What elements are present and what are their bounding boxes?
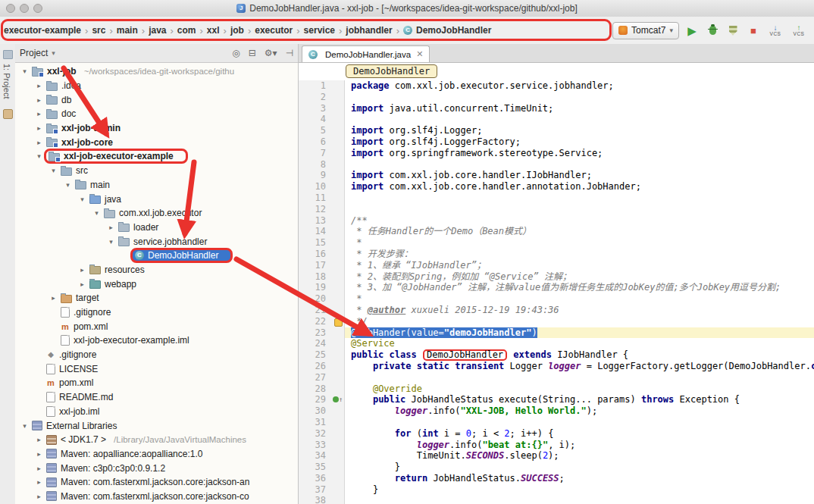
tree-item-xxl-job-core[interactable]: ▸xxl-job-core xyxy=(15,135,298,149)
gutter[interactable] xyxy=(332,181,345,193)
code-line[interactable]: 30 logger.info("XXL-JOB, Hello World."); xyxy=(299,405,814,417)
window-minimize-button[interactable] xyxy=(20,4,29,13)
code-line[interactable]: 16 * 开发步骤： xyxy=(299,249,814,260)
gutter[interactable] xyxy=(332,260,345,271)
code-line[interactable]: 9import com.xxl.job.core.handler.IJobHan… xyxy=(299,170,814,181)
chevron-collapsed-icon[interactable]: ▸ xyxy=(34,493,44,500)
gutter[interactable] xyxy=(332,170,345,181)
tree-item-xxl-job-iml[interactable]: xxl-job.iml xyxy=(15,405,298,419)
class-breadcrumb-chip[interactable]: DemoJobHandler xyxy=(346,64,437,78)
code-line[interactable]: 35 } xyxy=(299,462,814,473)
project-panel-title[interactable]: Project xyxy=(20,48,48,58)
gutter[interactable] xyxy=(332,372,345,383)
gutter[interactable] xyxy=(332,80,345,92)
tree-item-jdk1-7[interactable]: ▸< JDK1.7 >/Library/Java/JavaVirtualMach… xyxy=(15,433,298,447)
coverage-button[interactable] xyxy=(725,23,740,38)
code-line[interactable]: 17 * 1、继承 “IJobHandler”； xyxy=(299,260,814,271)
tree-item-com-xxl-job-executor[interactable]: ▾com.xxl.job.executor xyxy=(15,206,298,221)
gutter[interactable]: ↑ xyxy=(332,394,345,405)
window-zoom-button[interactable] xyxy=(33,4,42,13)
code-line[interactable]: 25public class DemoJobHandler extends IJ… xyxy=(299,349,814,361)
editor-tab-demojobhandler[interactable]: C DemoJobHandler.java ✕ xyxy=(302,45,430,62)
breadcrumb-item[interactable]: executor-example xyxy=(3,25,82,36)
breadcrumb-item-class[interactable]: CDemoJobHandler xyxy=(402,25,492,36)
code-line[interactable]: 10import com.xxl.job.core.handler.annota… xyxy=(299,181,814,193)
code-line[interactable]: 34 TimeUnit.SECONDS.sleep(2); xyxy=(299,450,814,462)
stop-button[interactable]: ■ xyxy=(746,23,761,38)
chevron-collapsed-icon[interactable]: ▸ xyxy=(34,436,44,443)
run-button[interactable]: ▶ xyxy=(684,23,700,38)
line-number[interactable]: 38 xyxy=(299,495,332,504)
tree-item-java[interactable]: ▾java xyxy=(15,192,298,206)
gutter[interactable] xyxy=(332,103,345,114)
tree-item-pom-xml[interactable]: mpom.xml xyxy=(15,319,298,333)
line-number[interactable]: 34 xyxy=(299,450,332,462)
tree-item-doc[interactable]: ▸doc xyxy=(15,107,298,121)
code-line[interactable]: 27 xyxy=(299,372,814,383)
chevron-down-icon[interactable]: ▾ xyxy=(52,49,55,57)
tree-item-xxl-job-executor-example[interactable]: ▾xxl-job-executor-example xyxy=(15,149,298,164)
gutter[interactable] xyxy=(332,405,345,417)
code-line[interactable]: 32 for (int i = 0; i < 2; i++) { xyxy=(299,428,814,440)
gutter[interactable] xyxy=(332,338,345,349)
gutter[interactable] xyxy=(332,271,345,283)
line-number[interactable]: 30 xyxy=(299,405,332,417)
gutter[interactable] xyxy=(332,159,345,171)
gutter[interactable] xyxy=(332,305,345,316)
line-number[interactable]: 10 xyxy=(299,181,332,193)
gutter[interactable] xyxy=(332,215,345,227)
code-line[interactable]: 1package com.xxl.job.executor.service.jo… xyxy=(299,80,814,92)
tree-item-webapp[interactable]: ▸webapp xyxy=(15,277,298,291)
code-line[interactable]: 20 * xyxy=(299,293,814,305)
gutter[interactable] xyxy=(332,383,345,395)
gutter[interactable] xyxy=(332,473,345,484)
code-line[interactable]: 21 * @author xuxueli 2015-12-19 19:43:36 xyxy=(299,305,814,316)
gutter[interactable] xyxy=(332,249,345,260)
tree-item-demojobhandler[interactable]: CDemoJobHandler xyxy=(15,249,298,263)
code-line[interactable]: 2 xyxy=(299,92,814,103)
tree-item-maven-aopalliance-aopalliance-1-0[interactable]: ▸Maven: aopalliance:aopalliance:1.0 xyxy=(15,447,298,462)
chevron-expanded-icon[interactable]: ▾ xyxy=(63,181,73,189)
gutter[interactable] xyxy=(332,92,345,103)
code-line[interactable]: 37 } xyxy=(299,484,814,496)
tree-item-main[interactable]: ▾main xyxy=(15,178,298,193)
scroll-from-source-button[interactable]: ◎ xyxy=(232,48,240,58)
line-number[interactable]: 17 xyxy=(299,260,332,271)
line-number[interactable]: 37 xyxy=(299,484,332,496)
chevron-expanded-icon[interactable]: ▾ xyxy=(92,209,102,217)
gutter[interactable] xyxy=(332,204,345,215)
code-editor[interactable]: 1package com.xxl.job.executor.service.jo… xyxy=(299,80,814,504)
line-number[interactable]: 31 xyxy=(299,417,332,428)
code-line[interactable]: 18 * 2、装配到Spring，例如加 “@Service” 注解； xyxy=(299,271,814,283)
tree-item-maven-c3p0-c3p0-0-9-1-2[interactable]: ▸Maven: c3p0:c3p0:0.9.1.2 xyxy=(15,461,298,475)
code-line[interactable]: 28 @Override xyxy=(299,383,814,395)
breadcrumb-item[interactable]: jobhandler xyxy=(345,25,393,36)
line-number[interactable]: 22 xyxy=(299,316,332,327)
code-line[interactable]: 15 * xyxy=(299,237,814,249)
chevron-collapsed-icon[interactable]: ▸ xyxy=(106,224,116,231)
gutter[interactable] xyxy=(332,282,345,293)
gutter[interactable] xyxy=(332,237,345,249)
gutter[interactable] xyxy=(332,226,345,237)
gutter[interactable] xyxy=(332,136,345,148)
code-line[interactable]: 12 xyxy=(299,204,814,215)
tree-item-loader[interactable]: ▸loader xyxy=(15,221,298,235)
tree-item-src[interactable]: ▾src xyxy=(15,164,298,178)
code-line[interactable]: 36 return JobHandleStatus.SUCCESS; xyxy=(299,473,814,484)
project-tool-window-button[interactable]: 1: Project xyxy=(2,64,11,99)
line-number[interactable]: 27 xyxy=(299,372,332,383)
line-number[interactable]: 2 xyxy=(299,92,332,103)
gutter[interactable] xyxy=(332,114,345,125)
gutter[interactable] xyxy=(332,193,345,204)
tree-item-xxl-job[interactable]: ▾xxl-job~/workspaces/idea-git-workspace/… xyxy=(15,64,298,79)
code-line[interactable]: 11 xyxy=(299,193,814,204)
hide-panel-button[interactable]: ⊣ xyxy=(286,48,293,58)
breadcrumb-item[interactable]: service xyxy=(303,25,336,36)
line-number[interactable]: 28 xyxy=(299,383,332,395)
debug-button[interactable] xyxy=(705,23,720,38)
code-line[interactable]: 26 private static transient Logger logge… xyxy=(299,361,814,372)
breadcrumb-item[interactable]: job xyxy=(230,25,245,36)
tree-item-gitignore[interactable]: .gitignore xyxy=(15,305,298,320)
line-number[interactable]: 6 xyxy=(299,136,332,148)
line-number[interactable]: 26 xyxy=(299,361,332,372)
